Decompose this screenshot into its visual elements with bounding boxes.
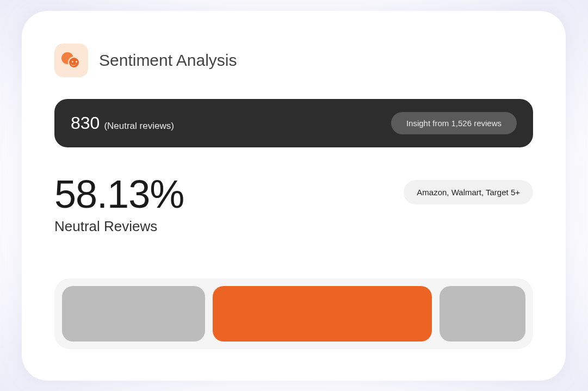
card-header: Sentiment Analysis: [54, 44, 533, 77]
stats-row: 58.13% Neutral Reviews Amazon, Walmart, …: [54, 175, 533, 235]
neutral-percentage: 58.13%: [54, 175, 184, 214]
percentage-block: 58.13% Neutral Reviews: [54, 175, 184, 235]
sentiment-segment-track: [54, 278, 533, 349]
neutral-count-label: (Neutral reviews): [104, 121, 174, 132]
insight-pill[interactable]: Insight from 1,526 reviews: [391, 112, 517, 134]
summary-bar: 830 (Neutral reviews) Insight from 1,526…: [54, 99, 533, 147]
segment-positive[interactable]: [440, 286, 525, 342]
sources-pill[interactable]: Amazon, Walmart, Target 5+: [404, 180, 533, 204]
sentiment-faces-icon: [54, 44, 88, 77]
summary-count-group: 830 (Neutral reviews): [71, 113, 174, 133]
sentiment-analysis-card: Sentiment Analysis 830 (Neutral reviews)…: [22, 11, 566, 381]
neutral-percentage-label: Neutral Reviews: [54, 218, 184, 235]
neutral-count: 830: [71, 113, 100, 133]
card-title: Sentiment Analysis: [99, 51, 237, 70]
segment-neutral[interactable]: [213, 286, 432, 342]
segment-negative[interactable]: [62, 286, 205, 342]
faces-icon: [61, 52, 81, 69]
